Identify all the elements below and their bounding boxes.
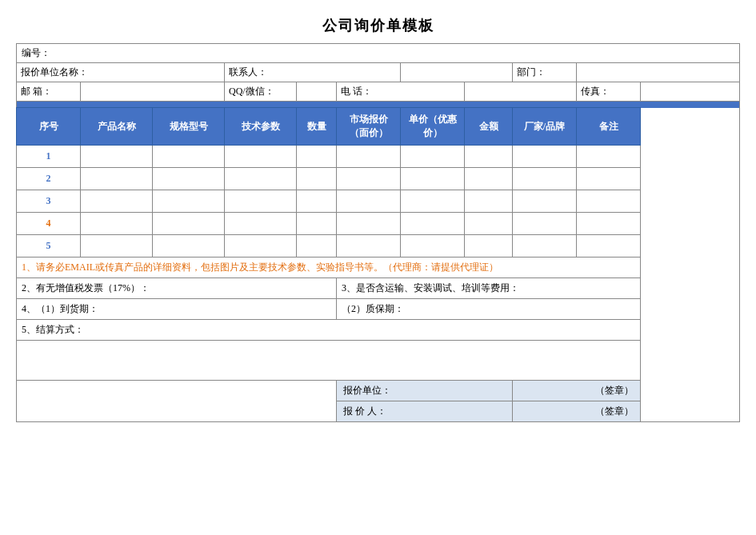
- market-1: [337, 146, 401, 168]
- unit-3: [401, 190, 465, 213]
- signature-row: 报价单位： （签章）: [17, 381, 740, 401]
- contact-row: 邮 箱： QQ/微信： 电 话： 传真：: [17, 82, 740, 102]
- header-seq: 序号: [17, 108, 81, 146]
- header-qty: 数量: [297, 108, 337, 146]
- seq-4: 4: [17, 213, 81, 235]
- tech-4: [225, 213, 297, 235]
- tech-5: [225, 235, 297, 258]
- total-2: [465, 168, 513, 190]
- unit-4: [401, 213, 465, 235]
- company-sign-label: 报价单位：: [343, 385, 391, 396]
- company-sign-value: （签章）: [595, 385, 634, 396]
- seq-5: 5: [17, 235, 81, 258]
- qty-5: [297, 235, 337, 258]
- note-2: [577, 168, 641, 190]
- fax-label: 传真：: [581, 86, 610, 97]
- note-row-1: 1、请务必EMAIL或传真产品的详细资料，包括图片及主要技术参数、实验指导书等。…: [17, 258, 740, 278]
- product-3: [81, 190, 153, 213]
- table-row: 3: [17, 190, 740, 213]
- table-header-row: 序号 产品名称 规格型号 技术参数 数量 市场报价（面价） 单价（优惠价） 金额…: [17, 108, 740, 146]
- table-row: 2: [17, 168, 740, 190]
- note2-left-text: 2、有无增值税发票（17%）：: [22, 282, 150, 293]
- note2-right-text: 3、是否含运输、安装调试、培训等费用：: [342, 282, 519, 293]
- header-tech: 技术参数: [225, 108, 297, 146]
- seq-2: 2: [17, 168, 81, 190]
- qty-2: [297, 168, 337, 190]
- note1-text: 1、请务必EMAIL或传真产品的详细资料，包括图片及主要技术参数、实验指导书等。…: [22, 262, 498, 273]
- brand-5: [513, 235, 577, 258]
- table-row: 4: [17, 213, 740, 235]
- note-1: [577, 146, 641, 168]
- person-sign-label: 报 价 人：: [343, 405, 386, 417]
- product-2: [81, 168, 153, 190]
- unit-5: [401, 235, 465, 258]
- total-5: [465, 235, 513, 258]
- unit-2: [401, 168, 465, 190]
- product-5: [81, 235, 153, 258]
- spacer-row: [17, 102, 740, 108]
- qq-label: QQ/微信：: [229, 86, 274, 97]
- brand-1: [513, 146, 577, 168]
- header-market: 市场报价（面价）: [337, 108, 401, 146]
- unit-1: [401, 146, 465, 168]
- tech-3: [225, 190, 297, 213]
- spec-2: [153, 168, 225, 190]
- phone-label: 电 话：: [341, 86, 372, 97]
- spacer-row-2: [17, 341, 740, 381]
- note3-left-text: 4、（1）到货期：: [22, 303, 98, 314]
- market-5: [337, 235, 401, 258]
- company-row: 报价单位名称： 联系人： 部门：: [17, 63, 740, 82]
- spec-1: [153, 146, 225, 168]
- spec-5: [153, 235, 225, 258]
- note-4: [577, 213, 641, 235]
- header-unit: 单价（优惠价）: [401, 108, 465, 146]
- market-3: [337, 190, 401, 213]
- dept-label: 部门：: [517, 66, 546, 78]
- product-4: [81, 213, 153, 235]
- qty-3: [297, 190, 337, 213]
- market-4: [337, 213, 401, 235]
- brand-4: [513, 213, 577, 235]
- table-row: 5: [17, 235, 740, 258]
- total-4: [465, 213, 513, 235]
- header-brand: 厂家/品牌: [513, 108, 577, 146]
- header-note: 备注: [577, 108, 641, 146]
- table-row: 1: [17, 146, 740, 168]
- note-3: [577, 190, 641, 213]
- qty-1: [297, 146, 337, 168]
- note-row-4: 5、结算方式：: [17, 320, 740, 341]
- market-2: [337, 168, 401, 190]
- spec-4: [153, 213, 225, 235]
- note-row-2: 2、有无增值税发票（17%）： 3、是否含运输、安装调试、培训等费用：: [17, 278, 740, 299]
- brand-2: [513, 168, 577, 190]
- product-1: [81, 146, 153, 168]
- seq-1: 1: [17, 146, 81, 168]
- email-label: 邮 箱：: [21, 86, 52, 97]
- spec-3: [153, 190, 225, 213]
- total-3: [465, 190, 513, 213]
- seq-3: 3: [17, 190, 81, 213]
- code-row: 编号：: [17, 44, 740, 63]
- page-title: 公司询价单模板: [16, 16, 740, 35]
- note4-text: 5、结算方式：: [22, 324, 84, 335]
- person-sign-value: （签章）: [595, 405, 634, 417]
- contact-label: 联系人：: [229, 66, 267, 78]
- qty-4: [297, 213, 337, 235]
- total-1: [465, 146, 513, 168]
- note-row-3: 4、（1）到货期： （2）质保期：: [17, 299, 740, 320]
- header-product: 产品名称: [81, 108, 153, 146]
- note3-right-text: （2）质保期：: [342, 303, 404, 314]
- tech-2: [225, 168, 297, 190]
- header-total: 金额: [465, 108, 513, 146]
- company-label: 报价单位名称：: [21, 66, 88, 78]
- brand-3: [513, 190, 577, 213]
- code-label: 编号：: [22, 47, 50, 58]
- note-5: [577, 235, 641, 258]
- header-spec: 规格型号: [153, 108, 225, 146]
- tech-1: [225, 146, 297, 168]
